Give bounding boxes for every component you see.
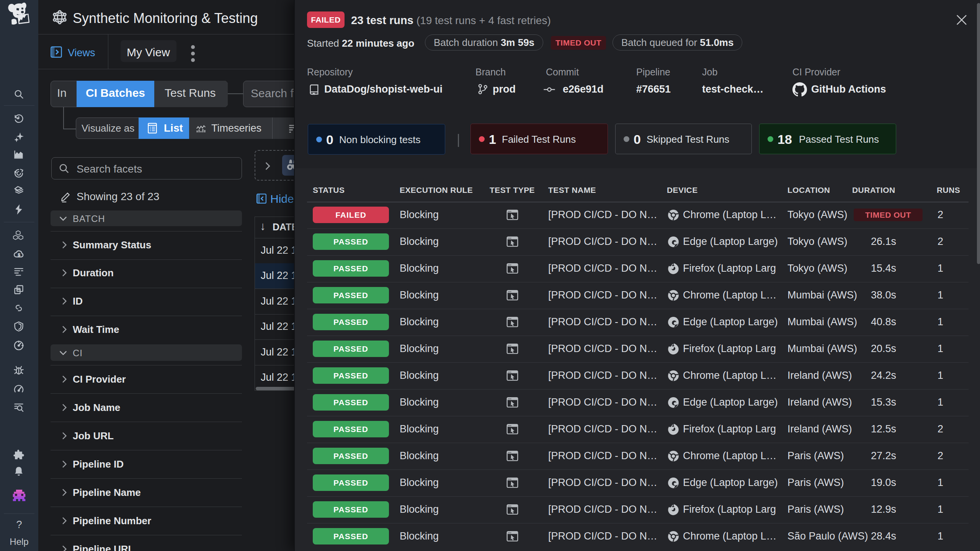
svg-text:$: $	[18, 253, 20, 257]
